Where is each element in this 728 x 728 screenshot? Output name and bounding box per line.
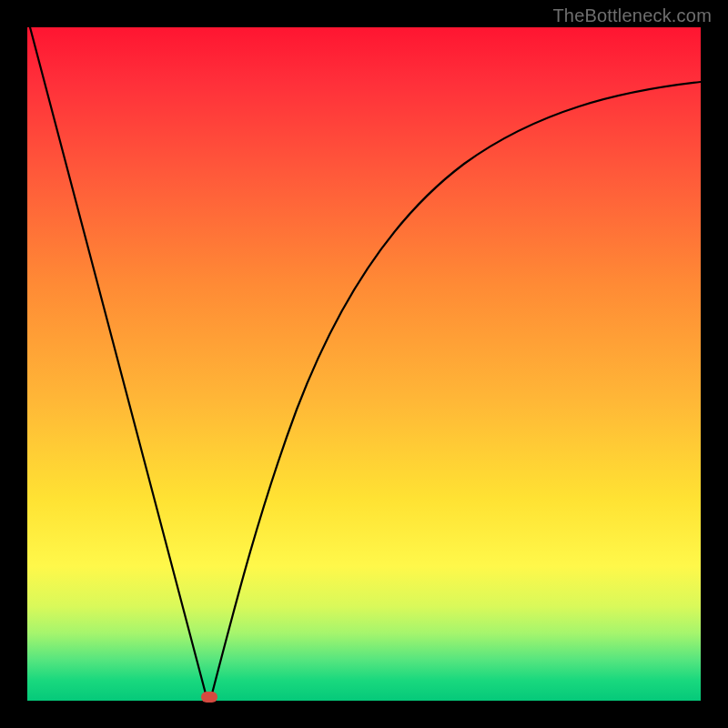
curve-svg [27, 27, 701, 701]
curve-right [210, 82, 701, 701]
watermark-text: TheBottleneck.com [552, 5, 712, 26]
bottleneck-marker [201, 692, 217, 703]
curve-left [30, 27, 207, 701]
plot-area [27, 27, 701, 701]
chart-frame: TheBottleneck.com [0, 0, 728, 728]
